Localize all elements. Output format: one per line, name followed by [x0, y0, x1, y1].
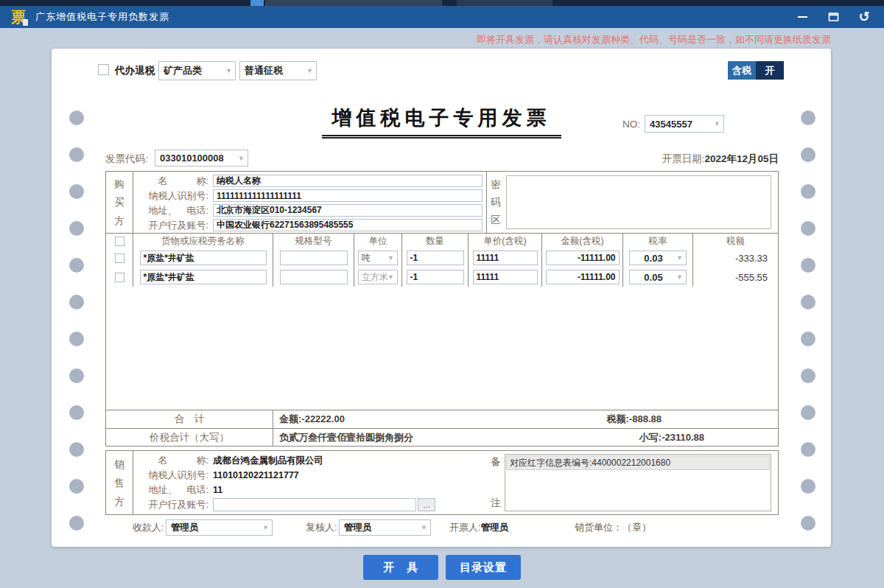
item-rate-select[interactable]: 0.03▼: [629, 251, 687, 265]
select-all-cell: [106, 234, 133, 248]
punch-hole: [801, 516, 815, 531]
bank-browse-button[interactable]: …: [418, 498, 435, 511]
row-checkbox[interactable]: [115, 253, 124, 263]
password-zone-label: 密码区: [487, 172, 505, 233]
item-amount-input[interactable]: -11111.00: [546, 251, 620, 265]
item-spec-cell: [273, 267, 354, 287]
drawer-value: 管理员: [481, 522, 509, 534]
seller-address-value: 11: [213, 485, 222, 495]
invoice-no-select[interactable]: 43545557 ▼: [645, 115, 724, 133]
items-grid: 货物或应税劳务名称 规格型号 单位 数量 单价(含税) 金额(含税) 税率 税额…: [106, 234, 778, 287]
buyer-section: 购买方 名 称: 纳税人名称 纳税人识别号: 11111111111111111…: [105, 171, 779, 234]
drawer-label: 开票人:: [449, 521, 481, 534]
col-header-tax: 税额: [693, 234, 778, 248]
col-header-spec: 规格型号: [273, 234, 354, 248]
invoice-no-label: NO:: [622, 119, 640, 130]
seller-section: 销售方 名 称: 成都台鸿金属制品有限公司 纳税人识别号: 1101012022…: [105, 450, 779, 515]
item-tax-cell: -333.33: [693, 248, 778, 267]
punch-hole: [69, 368, 84, 383]
item-name-input[interactable]: *原盐*井矿盐: [140, 270, 267, 284]
seller-name-label: 名 称:: [133, 454, 208, 467]
payee-value: 管理员: [171, 522, 199, 534]
issue-date: 开票日期:2022年12月05日: [662, 153, 779, 166]
chevron-down-icon: ▼: [714, 120, 720, 127]
col-header-rate: 税率: [623, 234, 693, 248]
grand-total-label: 价税合计（大写）: [106, 429, 273, 446]
item-amount-cell: -11111.00: [542, 248, 623, 267]
item-price-input[interactable]: 11111: [473, 270, 538, 284]
reviewer-label: 复核人:: [306, 521, 337, 534]
buyer-taxid-input[interactable]: 1111111111111111111: [213, 189, 483, 202]
strip-fragment: [265, 0, 442, 6]
catalog-settings-button[interactable]: 目录设置: [446, 555, 521, 580]
punch-hole: [801, 405, 815, 420]
totals-tax: 税额:-888.88: [607, 413, 662, 426]
row-select-cell: [106, 267, 133, 287]
restore-icon: [828, 12, 839, 22]
punch-hole: [69, 516, 84, 531]
minimize-icon: [798, 16, 807, 18]
select-all-checkbox[interactable]: [115, 237, 124, 246]
levy-mode-select[interactable]: 普通征税 ▼: [239, 61, 317, 80]
remark-ref-input[interactable]: 对应红字信息表编号:4400002212001680: [506, 455, 770, 470]
item-name-input[interactable]: *原盐*井矿盐: [140, 251, 267, 265]
totals-label: 合 计: [106, 410, 273, 428]
buyer-bank-input[interactable]: 中国农业银行62271563895485555: [213, 219, 483, 231]
chevron-down-icon: ▼: [225, 67, 232, 74]
col-header-unit: 单位: [354, 234, 402, 248]
punch-hole: [801, 295, 815, 309]
buyer-address-input[interactable]: 北京市海淀区010-1234567: [213, 204, 483, 217]
item-spec-input[interactable]: [280, 270, 348, 284]
page-corner-decoration: [23, 19, 28, 26]
grand-total-row: 价税合计（大写） 负贰万叁仟壹佰壹拾圆捌角捌分 小写:-23110.88: [105, 428, 779, 447]
item-unit-select[interactable]: 立方米▼: [358, 270, 398, 284]
item-qty-input[interactable]: -1: [407, 251, 464, 265]
payee-label: 收款人:: [133, 521, 164, 534]
window-controls: ↺: [794, 10, 872, 24]
open-toggle[interactable]: 开: [756, 61, 784, 80]
item-rate-cell: 0.03▼: [623, 248, 693, 267]
seller-unit-stamp: （章）: [622, 521, 651, 534]
item-price-input[interactable]: 11111: [473, 251, 538, 265]
restore-button[interactable]: [825, 10, 841, 24]
buyer-name-input[interactable]: 纳税人名称: [213, 175, 483, 187]
goods-category-value: 矿产品类: [164, 64, 202, 77]
seller-taxid-label: 纳税人识别号:: [133, 469, 208, 482]
punch-hole: [69, 184, 84, 199]
minimize-button[interactable]: [794, 10, 810, 24]
punch-hole: [801, 442, 815, 457]
issue-button[interactable]: 开 具: [363, 555, 438, 580]
item-rate-select[interactable]: 0.05▼: [629, 270, 687, 284]
invoice-code-select[interactable]: 033010100008 ▼: [155, 150, 248, 167]
invoice-code-value: 033010100008: [160, 153, 224, 164]
remark-char-bottom: 注: [491, 497, 501, 510]
levy-mode-value: 普通征税: [245, 64, 283, 77]
item-qty-input[interactable]: -1: [407, 270, 464, 284]
chevron-down-icon: ▼: [387, 254, 394, 262]
payee-select[interactable]: 管理员 ▼: [166, 519, 273, 536]
undo-icon: ↺: [858, 10, 869, 24]
goods-category-select[interactable]: 矿产品类 ▼: [158, 61, 236, 80]
row-checkbox[interactable]: [115, 273, 124, 282]
seller-bank-label: 开户行及账号:: [133, 498, 208, 511]
agency-tax-refund-label: 代办退税: [115, 64, 155, 77]
top-strip: [0, 0, 884, 6]
item-price-cell: 11111: [469, 248, 542, 267]
undo-button[interactable]: ↺: [856, 10, 872, 24]
seller-address-label: 地址、 电话:: [133, 483, 208, 497]
seller-bank-input[interactable]: [213, 498, 416, 511]
punch-hole: [69, 258, 84, 273]
grand-total-words: 负贰万叁仟壹佰壹拾圆捌角捌分: [279, 431, 413, 444]
col-header-name: 货物或应税劳务名称: [133, 234, 273, 248]
punch-hole: [801, 258, 815, 273]
punch-hole: [801, 147, 815, 162]
item-unit-select[interactable]: 吨▼: [358, 251, 398, 265]
item-amount-input[interactable]: -11111.00: [546, 270, 620, 284]
invoice-body: 购买方 名 称: 纳税人名称 纳税人识别号: 11111111111111111…: [105, 171, 779, 515]
agency-tax-refund-checkbox[interactable]: [98, 64, 109, 75]
reviewer-value: 管理员: [344, 522, 372, 534]
punch-hole: [69, 332, 84, 346]
item-spec-input[interactable]: [280, 251, 348, 265]
tax-included-toggle[interactable]: 含税: [728, 61, 756, 80]
reviewer-select[interactable]: 管理员 ▼: [339, 519, 431, 536]
